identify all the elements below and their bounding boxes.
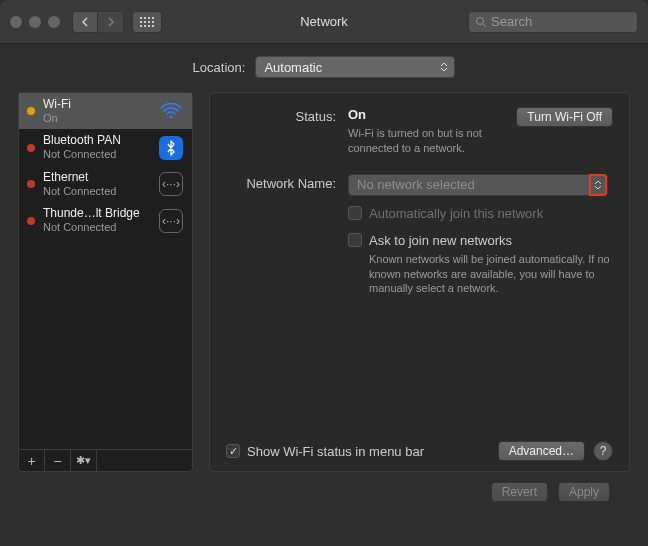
service-name: Bluetooth PAN xyxy=(43,134,150,148)
network-name-label: Network Name: xyxy=(226,174,336,297)
location-label: Location: xyxy=(193,60,246,75)
service-sidebar: Wi-Fi On Bluetooth PAN Not Connected xyxy=(18,92,193,472)
ask-join-subtext: Known networks will be joined automatica… xyxy=(369,252,613,297)
remove-service-button[interactable]: − xyxy=(45,450,71,472)
auto-join-label: Automatically join this network xyxy=(369,206,543,221)
sidebar-footer: + − ✱▾ xyxy=(19,449,192,471)
bluetooth-icon xyxy=(158,137,184,159)
service-sub: Not Connected xyxy=(43,148,150,161)
checkbox-icon xyxy=(226,444,240,458)
chevron-updown-icon xyxy=(436,58,452,76)
window-controls xyxy=(10,16,60,28)
show-all-button[interactable] xyxy=(132,11,162,33)
ask-join-checkbox[interactable]: Ask to join new networks xyxy=(348,233,613,248)
svg-line-1 xyxy=(483,24,486,27)
location-value: Automatic xyxy=(264,60,322,75)
thunderbolt-icon: ‹···› xyxy=(158,210,184,232)
network-name-dropdown[interactable]: No network selected xyxy=(348,174,608,196)
status-dot-icon xyxy=(27,107,35,115)
status-label: Status: xyxy=(226,107,336,156)
sidebar-item-ethernet[interactable]: Ethernet Not Connected ‹···› xyxy=(19,166,192,202)
chevron-updown-icon xyxy=(589,174,607,196)
auto-join-checkbox: Automatically join this network xyxy=(348,206,613,221)
detail-panel: Status: On Wi-Fi is turned on but is not… xyxy=(209,92,630,472)
revert-button[interactable]: Revert xyxy=(491,482,548,502)
show-status-label: Show Wi-Fi status in menu bar xyxy=(247,444,424,459)
close-icon[interactable] xyxy=(10,16,22,28)
svg-point-0 xyxy=(477,17,484,24)
zoom-icon[interactable] xyxy=(48,16,60,28)
service-sub: Not Connected xyxy=(43,185,150,198)
svg-point-2 xyxy=(170,116,173,119)
sidebar-item-bluetooth[interactable]: Bluetooth PAN Not Connected xyxy=(19,129,192,165)
forward-button[interactable] xyxy=(98,11,124,33)
wifi-icon xyxy=(158,100,184,122)
location-row: Location: Automatic xyxy=(18,56,630,78)
status-dot-icon xyxy=(27,180,35,188)
location-popup[interactable]: Automatic xyxy=(255,56,455,78)
service-name: Wi-Fi xyxy=(43,98,150,112)
service-sub: Not Connected xyxy=(43,221,150,234)
show-status-checkbox[interactable]: Show Wi-Fi status in menu bar xyxy=(226,444,424,459)
apply-button[interactable]: Apply xyxy=(558,482,610,502)
help-button[interactable]: ? xyxy=(593,441,613,461)
status-dot-icon xyxy=(27,144,35,152)
ethernet-icon: ‹···› xyxy=(158,173,184,195)
status-value: On xyxy=(348,107,504,122)
service-name: Thunde…lt Bridge xyxy=(43,207,150,221)
add-service-button[interactable]: + xyxy=(19,450,45,472)
sidebar-item-wifi[interactable]: Wi-Fi On xyxy=(19,93,192,129)
checkbox-icon xyxy=(348,233,362,247)
checkbox-icon xyxy=(348,206,362,220)
footer-buttons: Revert Apply xyxy=(18,472,630,502)
back-button[interactable] xyxy=(72,11,98,33)
service-sub: On xyxy=(43,112,150,125)
network-name-placeholder: No network selected xyxy=(357,177,475,192)
nav-back-forward xyxy=(72,11,124,33)
status-subtext: Wi-Fi is turned on but is not connected … xyxy=(348,126,504,156)
minimize-icon[interactable] xyxy=(29,16,41,28)
search-input[interactable]: Search xyxy=(468,11,638,33)
sidebar-item-thunderbolt[interactable]: Thunde…lt Bridge Not Connected ‹···› xyxy=(19,202,192,238)
search-icon xyxy=(475,16,487,28)
service-name: Ethernet xyxy=(43,171,150,185)
toggle-wifi-button[interactable]: Turn Wi-Fi Off xyxy=(516,107,613,127)
ask-join-label: Ask to join new networks xyxy=(369,233,512,248)
service-actions-button[interactable]: ✱▾ xyxy=(71,450,97,472)
search-placeholder: Search xyxy=(491,14,532,29)
titlebar: Network Search xyxy=(0,0,648,44)
service-list: Wi-Fi On Bluetooth PAN Not Connected xyxy=(19,93,192,449)
advanced-button[interactable]: Advanced… xyxy=(498,441,585,461)
status-dot-icon xyxy=(27,217,35,225)
